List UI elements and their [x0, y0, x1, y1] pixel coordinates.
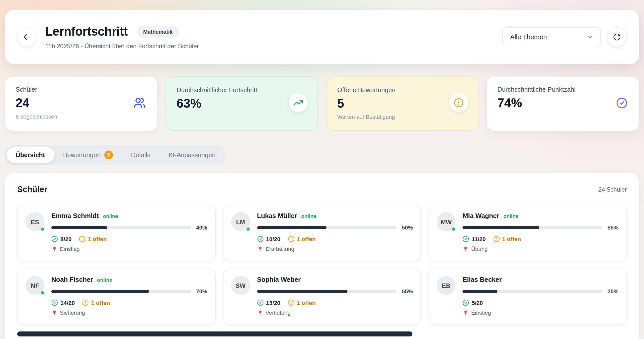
open-count: 1 offen	[91, 299, 110, 306]
tab-uebersicht[interactable]: Übersicht	[7, 147, 54, 163]
pin-icon	[257, 246, 263, 252]
progress-bar	[257, 290, 396, 293]
tab-bewertungen[interactable]: Bewertungen 5	[54, 146, 122, 163]
online-label: online	[97, 277, 112, 283]
page-subtitle: 11b 2025/26 - Übersicht über den Fortsch…	[45, 42, 199, 49]
progress-bar	[463, 290, 602, 293]
online-label: online	[301, 213, 316, 219]
phase-label: Übung	[471, 246, 488, 252]
progress-fill	[51, 226, 107, 229]
student-body: Emma Schmidt online 40% 8/20	[51, 212, 207, 254]
tab-details[interactable]: Details	[122, 147, 159, 163]
alert-circle-icon	[82, 299, 89, 306]
tab-count-badge: 5	[104, 150, 113, 159]
alert-circle-icon	[79, 236, 86, 242]
progress-fill	[463, 226, 539, 229]
stat-value: 63%	[177, 97, 307, 111]
trending-up-icon	[289, 93, 307, 112]
student-card[interactable]: MW Mia Wagner online 55% 11/20	[429, 205, 627, 261]
pin-icon	[51, 310, 58, 316]
student-name: Emma Schmidt	[51, 212, 99, 219]
avatar: ES	[26, 212, 44, 231]
avatar-initials: ES	[31, 218, 39, 225]
progress-percent: 55%	[607, 224, 618, 231]
phase-label: Einstieg	[471, 310, 491, 316]
student-body: Mia Wagner online 55% 11/20	[463, 212, 619, 254]
avatar-initials: NF	[31, 282, 39, 289]
student-body: Lukas Müller online 50% 10/20	[257, 212, 413, 254]
student-name: Elias Becker	[463, 276, 502, 283]
check-circle-icon	[463, 236, 469, 242]
header-right: Alle Themen	[502, 27, 627, 47]
online-dot	[246, 227, 251, 232]
online-dot	[40, 227, 45, 232]
student-card[interactable]: LM Lukas Müller online 50% 10/20	[223, 205, 421, 261]
student-count: 24 Schüler	[598, 186, 627, 193]
student-card[interactable]: ES Emma Schmidt online 40% 8/20	[17, 205, 215, 261]
refresh-button[interactable]	[607, 27, 627, 47]
topic-filter-select[interactable]: Alle Themen	[502, 27, 601, 47]
progress-bar	[257, 226, 396, 229]
student-card[interactable]: SW Sophia Weber 65% 13/20	[223, 268, 421, 325]
chevron-down-icon	[587, 33, 594, 41]
page-background: Lernfortschritt Mathematik 11b 2025/26 -…	[0, 0, 644, 339]
completed-chip: 11/20	[463, 236, 486, 242]
progress-fill	[257, 226, 327, 229]
phase-row: Einstieg	[51, 246, 80, 252]
tab-ki-anpassungen[interactable]: KI-Anpassungen	[159, 147, 225, 163]
phase-row: Einstieg	[463, 310, 491, 316]
phase-label: Sicherung	[60, 310, 85, 316]
student-body: Noah Fischer online 70% 14/20	[51, 276, 207, 317]
stat-label: Durchschnittliche Punktzahl	[497, 86, 628, 93]
student-name: Noah Fischer	[51, 276, 93, 283]
online-dot	[40, 290, 45, 295]
online-label: online	[503, 213, 518, 219]
phase-row: Übung	[463, 246, 488, 252]
progress-fill	[463, 290, 498, 293]
completed-chip: 10/20	[257, 236, 280, 242]
progress-percent: 40%	[196, 224, 207, 231]
students-panel-header: Schüler 24 Schüler	[17, 185, 627, 194]
back-button[interactable]	[17, 28, 36, 46]
stat-card-students: Schüler 24 8 abgeschlossen	[5, 77, 157, 131]
completed-count: 13/20	[266, 299, 280, 306]
completed-chip: 13/20	[257, 299, 280, 306]
open-badge: 1 offen	[288, 299, 316, 306]
student-name: Sophia Weber	[257, 276, 301, 283]
avatar: EB	[437, 276, 456, 295]
tabs: Übersicht Bewertungen 5 Details KI-Anpas…	[5, 145, 226, 165]
stat-card-average-score: Durchschnittliche Punktzahl 74%	[487, 77, 639, 131]
progress-fill	[51, 290, 149, 293]
refresh-icon	[613, 33, 621, 41]
page-title: Lernfortschritt	[45, 25, 128, 39]
open-badge: 1 offen	[79, 236, 107, 242]
stats-row: Schüler 24 8 abgeschlossen Durchschnittl…	[5, 77, 639, 131]
open-count: 1 offen	[297, 299, 316, 306]
check-circle-icon	[51, 299, 58, 306]
completed-count: 5/20	[472, 299, 483, 306]
completed-chip: 14/20	[51, 299, 75, 306]
progress-percent: 50%	[402, 224, 413, 231]
completed-chip: 5/20	[463, 299, 483, 306]
student-card[interactable]: EB Elias Becker 25% 5/20	[429, 268, 627, 325]
check-circle-icon	[51, 236, 58, 242]
topic-filter-value: Alle Themen	[510, 33, 547, 41]
stat-value: 5	[337, 97, 467, 111]
progress-bar	[51, 290, 191, 293]
check-circle-icon	[463, 299, 469, 306]
avatar-initials: EB	[442, 282, 450, 289]
stat-value: 74%	[497, 96, 628, 110]
student-card[interactable]: NF Noah Fischer online 70% 14/20	[17, 268, 215, 325]
phase-label: Einstieg	[60, 246, 80, 252]
phase-row: Sicherung	[51, 310, 85, 316]
check-circle-icon	[257, 299, 264, 306]
online-dot	[451, 227, 456, 232]
student-body: Sophia Weber 65% 13/20	[257, 276, 413, 317]
stat-label: Offene Bewertungen	[337, 86, 467, 94]
open-count: 1 offen	[88, 236, 107, 242]
completed-chip: 8/20	[51, 236, 72, 242]
avatar: NF	[26, 276, 44, 295]
alert-circle-icon	[449, 93, 468, 112]
pin-icon	[51, 246, 58, 252]
pin-icon	[257, 310, 263, 316]
